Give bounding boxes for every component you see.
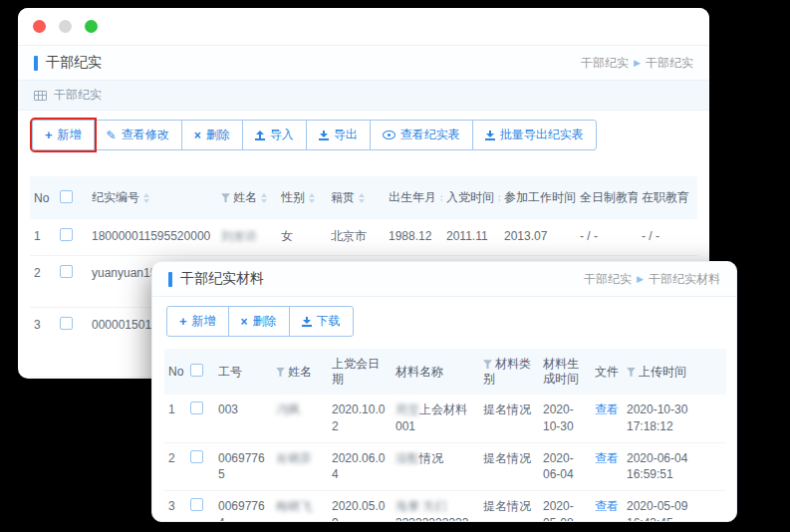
sort-icon[interactable]: [440, 193, 442, 203]
sort-icon[interactable]: [143, 193, 149, 203]
select-all-checkbox[interactable]: [190, 364, 203, 377]
add-button[interactable]: + 新增: [166, 306, 229, 337]
breadcrumb-separator-icon: ▶: [634, 58, 641, 68]
breadcrumb: 干部纪实 ▶ 干部纪实: [581, 55, 693, 72]
col-no: No: [30, 176, 56, 219]
download-icon: [319, 131, 329, 140]
col-gen-time: 材料生成时间: [539, 349, 591, 395]
col-name: 姓名: [217, 176, 277, 219]
export-button[interactable]: 导出: [306, 120, 371, 150]
front-panel-header: 干部纪实材料 干部纪实 ▶ 干部纪实材料: [152, 262, 736, 297]
col-party: 入党时间: [442, 176, 500, 219]
name-cell: 肖晓弃: [272, 442, 328, 491]
front-panel: 干部纪实材料 干部纪实 ▶ 干部纪实材料 + 新增 × 删除 下载: [151, 261, 737, 522]
page-title-text: 干部纪实材料: [180, 270, 264, 288]
maximize-window-button[interactable]: [85, 20, 98, 33]
sort-icon[interactable]: [309, 193, 315, 203]
row-checkbox[interactable]: [190, 450, 203, 463]
view-file-link[interactable]: 查看: [595, 402, 619, 416]
sort-icon[interactable]: [359, 193, 365, 203]
table-row: 2 00697765 肖晓弃 2020.06.04 湿配情况 提名情况 2020…: [164, 442, 726, 491]
front-toolbar: + 新增 × 删除 下载: [152, 297, 736, 347]
col-no: No: [164, 349, 186, 395]
table-row: 1 003 冯飒 2020.10.02 周旻上会材料001 提名情况 2020-…: [164, 395, 726, 442]
col-name: 姓名: [272, 349, 328, 395]
row-checkbox[interactable]: [60, 317, 73, 330]
name-cell: 冯飒: [272, 395, 328, 442]
row-checkbox[interactable]: [190, 401, 203, 414]
filter-icon[interactable]: [221, 193, 230, 202]
col-select: [56, 176, 88, 219]
download-icon: [485, 131, 495, 140]
delete-button[interactable]: × 删除: [228, 306, 290, 337]
page-title: 干部纪实材料: [168, 270, 264, 288]
col-file: 文件: [591, 349, 623, 395]
material-cell: 海摩 无们333333333333: [392, 491, 479, 522]
plus-icon: +: [45, 129, 53, 141]
select-all-checkbox[interactable]: [60, 190, 73, 203]
title-accent-bar: [34, 56, 38, 71]
col-fulltime: 全日制教育: [576, 176, 638, 219]
back-button-group: + 新增 ✎ 查看修改 × 删除 导入 导出 查看纪实表: [32, 120, 597, 150]
breadcrumb-current: 干部纪实: [646, 55, 693, 72]
close-icon: ×: [194, 130, 201, 141]
col-work: 参加工作时间: [500, 176, 576, 219]
batch-export-button[interactable]: 批量导出纪实表: [472, 120, 597, 150]
sort-icon[interactable]: [498, 193, 500, 203]
col-upload-time: 上传时间: [623, 349, 726, 395]
front-button-group: + 新增 × 删除 下载: [166, 306, 354, 337]
import-button[interactable]: 导入: [242, 120, 307, 150]
view-file-link[interactable]: 查看: [595, 451, 619, 465]
download-button[interactable]: 下载: [289, 306, 354, 337]
close-window-button[interactable]: [33, 20, 46, 33]
delete-button[interactable]: × 删除: [181, 120, 243, 150]
table-row: 1 180000011595520000 刘发语 女 北京市 1988.12 2…: [30, 219, 697, 255]
col-meeting-date: 上党会日期: [328, 349, 392, 395]
col-material: 材料名称: [392, 349, 479, 395]
row-checkbox[interactable]: [60, 265, 73, 278]
plus-icon: +: [179, 315, 187, 328]
breadcrumb-root[interactable]: 干部纪实: [584, 271, 632, 288]
breadcrumb-root[interactable]: 干部纪实: [581, 55, 629, 72]
title-accent-bar: [168, 272, 172, 287]
materials-table: No 工号 姓名 上党会日期 材料名称 材料类别 材料生成时间 文件 上传时间 …: [164, 349, 726, 522]
view-edit-button[interactable]: ✎ 查看修改: [94, 120, 182, 150]
table-header-row: No 纪实编号 姓名 性别 籍贯 出生年月 入党时间 参加工作时间 全日制教育 …: [30, 176, 697, 219]
close-icon: ×: [241, 316, 248, 328]
breadcrumb: 干部纪实 ▶ 干部纪实材料: [584, 271, 720, 288]
col-birth: 出生年月: [385, 176, 442, 219]
eye-icon: [383, 131, 395, 139]
row-checkbox[interactable]: [190, 498, 203, 511]
filter-icon[interactable]: [276, 368, 285, 377]
section-label: 干部纪实: [54, 87, 102, 104]
section-bar: 干部纪实: [18, 81, 709, 111]
col-select: [186, 349, 214, 395]
window-chrome: [18, 8, 709, 46]
breadcrumb-separator-icon: ▶: [637, 274, 644, 284]
col-job-no: 工号: [214, 349, 272, 395]
table-header-row: No 工号 姓名 上党会日期 材料名称 材料类别 材料生成时间 文件 上传时间: [164, 349, 726, 395]
upload-icon: [255, 131, 265, 140]
filter-icon[interactable]: [627, 368, 636, 377]
download-icon: [302, 317, 312, 327]
row-checkbox[interactable]: [60, 228, 73, 241]
col-native: 籍贯: [327, 176, 385, 219]
page-title: 干部纪实: [34, 54, 102, 72]
edit-icon: ✎: [107, 130, 117, 141]
table-row: 3 00697764 梅晓飞 2020.05.09 海摩 无们333333333…: [164, 491, 726, 522]
material-cell: 湿配情况: [392, 442, 479, 491]
back-toolbar: + 新增 ✎ 查看修改 × 删除 导入 导出 查看纪实表: [18, 111, 709, 160]
col-category: 材料类别: [479, 349, 539, 395]
view-sheet-button[interactable]: 查看纪实表: [370, 120, 473, 150]
filter-icon[interactable]: [483, 360, 492, 369]
col-gender: 性别: [277, 176, 327, 219]
add-button[interactable]: + 新增: [32, 120, 95, 150]
name-cell: 刘发语: [217, 219, 277, 255]
table-grid-icon: [34, 91, 47, 101]
breadcrumb-current: 干部纪实材料: [649, 271, 720, 288]
col-onjob: 在职教育: [638, 176, 697, 219]
sort-icon[interactable]: [261, 193, 267, 203]
name-cell: 梅晓飞: [272, 491, 328, 522]
minimize-window-button[interactable]: [59, 20, 72, 33]
view-file-link[interactable]: 查看: [595, 499, 619, 513]
